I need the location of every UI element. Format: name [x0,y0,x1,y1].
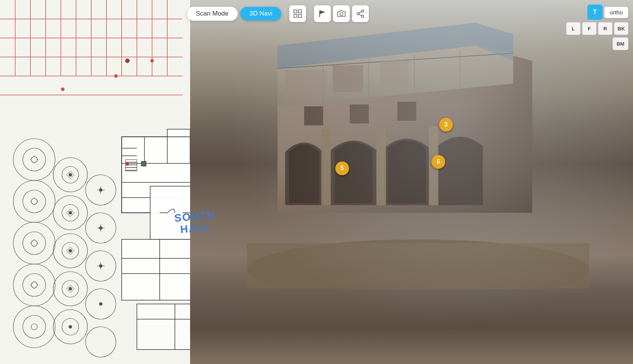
svg-rect-97 [167,129,190,137]
view-bottom-button[interactable]: BM [612,37,628,50]
grid-button[interactable] [289,5,306,22]
marker-6[interactable]: 6 [432,155,445,169]
svg-point-63 [69,249,72,252]
svg-rect-140 [350,104,369,123]
svg-point-122 [126,163,129,166]
svg-point-65 [69,325,72,328]
svg-rect-135 [380,60,409,85]
svg-rect-144 [298,10,301,13]
svg-rect-134 [333,65,363,92]
svg-rect-125 [247,243,589,289]
svg-marker-148 [320,10,325,14]
share-button[interactable] [352,5,369,22]
view-back-button[interactable]: BK [614,22,628,35]
svg-point-30 [61,88,64,91]
3d-navi-button[interactable]: 3D Navi [240,7,281,21]
svg-line-154 [359,12,362,13]
svg-rect-145 [294,14,297,17]
svg-point-123 [125,59,129,63]
flag-button[interactable] [314,5,331,22]
toolbar-divider [285,8,286,20]
svg-line-153 [359,14,362,16]
svg-point-62 [69,211,72,214]
svg-point-29 [114,74,117,78]
share-icon [356,9,365,18]
svg-point-151 [357,13,359,15]
view-front-button[interactable]: F [582,22,597,35]
svg-point-150 [362,10,364,12]
svg-rect-102 [141,161,146,166]
svg-point-28 [151,59,154,62]
grid-icon [293,9,302,18]
toolbar: Scan Mode 3D Navi [186,5,369,22]
svg-rect-136 [321,129,331,205]
marker-3[interactable]: 3 [439,118,453,131]
svg-rect-141 [397,102,416,121]
view-top-button[interactable]: T [587,5,603,20]
svg-rect-139 [304,106,323,125]
svg-rect-133 [285,70,327,99]
svg-point-69 [99,302,102,305]
camera-button[interactable] [333,5,350,22]
svg-rect-146 [298,14,301,17]
view-left-button[interactable]: L [566,22,581,35]
svg-rect-137 [376,127,386,205]
camera-icon [337,10,346,17]
toolbar-divider-2 [310,8,310,20]
scan-3d-layer [190,0,633,364]
svg-point-149 [340,13,343,16]
svg-point-64 [69,287,72,290]
svg-point-61 [69,173,72,176]
flag-icon [319,9,326,18]
marker-5[interactable]: 5 [335,161,349,175]
view-ortho-button[interactable]: ortho [604,6,628,18]
svg-point-152 [362,15,364,17]
view-right-button[interactable]: R [598,22,612,35]
scan-mode-button[interactable]: Scan Mode [186,6,238,21]
view-controls: T ortho L F R BK BM [566,5,628,50]
svg-rect-143 [294,10,297,13]
